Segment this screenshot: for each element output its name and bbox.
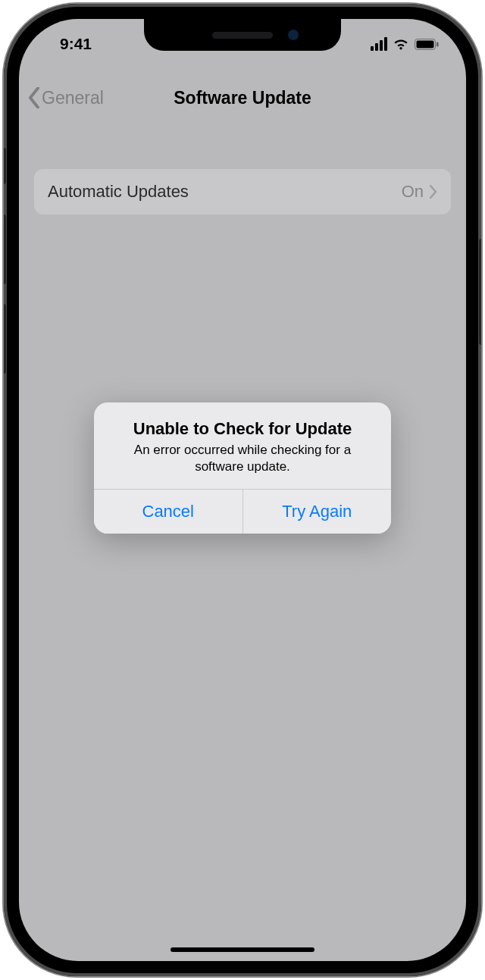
volume-up-button	[4, 214, 6, 284]
alert-dialog: Unable to Check for Update An error occu…	[94, 402, 391, 534]
cancel-button[interactable]: Cancel	[94, 490, 243, 534]
mute-switch	[4, 148, 6, 184]
home-indicator[interactable]	[171, 947, 314, 952]
try-again-button[interactable]: Try Again	[243, 490, 392, 534]
alert-title: Unable to Check for Update	[109, 419, 376, 439]
volume-down-button	[4, 304, 6, 374]
phone-frame: 9:41 General Software Upda	[4, 4, 481, 976]
alert-message: An error occurred while checking for a s…	[109, 442, 376, 475]
screen: 9:41 General Software Upda	[19, 19, 466, 961]
power-button	[479, 239, 481, 345]
